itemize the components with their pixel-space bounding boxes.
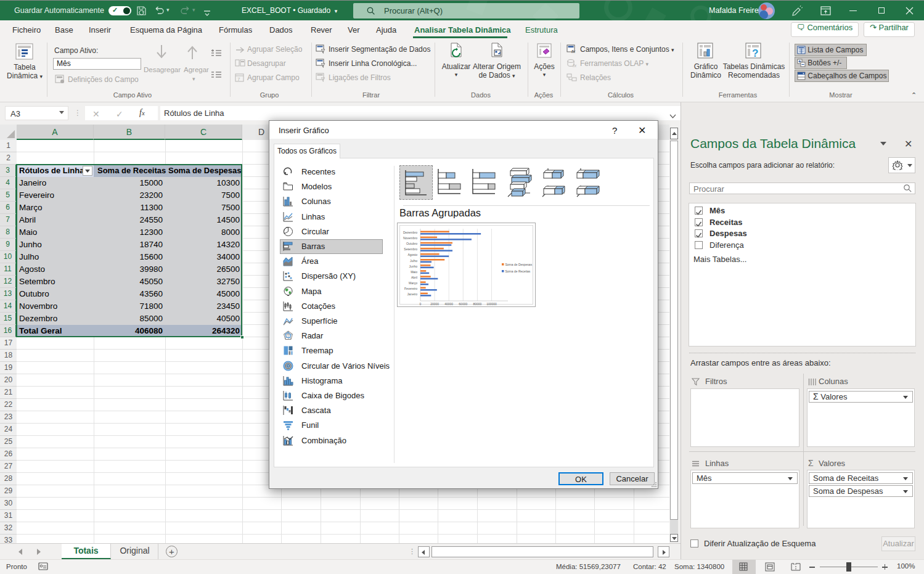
svg-text:Dezembro: Dezembro [403, 231, 417, 234]
svg-text:Janeiro: Janeiro [407, 292, 418, 296]
svg-text:20000: 20000 [430, 302, 439, 305]
svg-text:Novembro: Novembro [403, 236, 417, 240]
svg-text:80000: 80000 [473, 302, 481, 305]
svg-text:Maio: Maio [411, 270, 417, 274]
svg-text:Março: Março [409, 281, 417, 285]
svg-text:Soma de Receitas: Soma de Receitas [505, 269, 531, 273]
svg-text:fx: fx [573, 63, 577, 68]
svg-text:40000: 40000 [444, 302, 453, 305]
svg-text:fx: fx [571, 49, 576, 54]
svg-text:Fevereiro: Fevereiro [404, 287, 417, 290]
svg-text:Abril: Abril [411, 276, 417, 279]
svg-text:7: 7 [237, 76, 240, 82]
svg-text:Setembro: Setembro [404, 247, 417, 251]
svg-text:Julho: Julho [410, 259, 417, 263]
svg-text:Soma de Despesas: Soma de Despesas [505, 263, 533, 266]
svg-text:Agosto: Agosto [407, 253, 417, 256]
svg-text:100000: 100000 [486, 302, 497, 305]
svg-text:0: 0 [420, 302, 422, 305]
svg-text:Outubro: Outubro [406, 242, 417, 245]
svg-text:?: ? [752, 47, 758, 59]
svg-text:60000: 60000 [459, 302, 467, 305]
svg-text:Junho: Junho [409, 264, 417, 268]
